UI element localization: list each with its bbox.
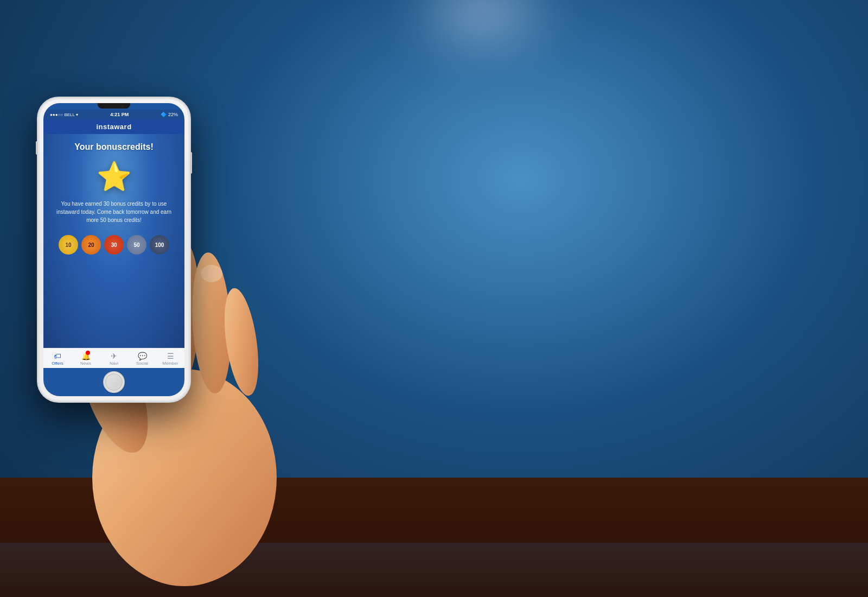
news-label: News: [80, 361, 91, 366]
badge-20: 20: [81, 235, 101, 255]
offers-icon: 🏷: [54, 352, 61, 360]
volume-button: [36, 141, 38, 155]
phone-notch: [98, 103, 130, 109]
news-badge: [86, 351, 90, 355]
social-icon: 💬: [138, 352, 147, 360]
bottom-nav-main: 🏷 Offers 🔔 News ✈ Navi: [43, 348, 184, 368]
iphone-main: ●●●○○ BELL ▾ 4:21 PM 🔷 22% instaward You…: [38, 98, 190, 402]
carrier-signal: ●●●○○ BELL ▾: [50, 112, 78, 117]
star-icon: ⭐: [97, 160, 132, 193]
nav-offers[interactable]: 🏷 Offers: [43, 351, 72, 367]
home-button-inner: [105, 373, 123, 391]
member-icon: ☰: [167, 352, 174, 360]
phones-container: ●●●○○ BELL ▾ 4:21 PM 🔷 22% instaward You…: [0, 0, 868, 597]
nav-social[interactable]: 💬 Social: [128, 351, 156, 367]
hand-phone-group: ●●●○○ BELL ▾ 4:21 PM 🔷 22% instaward You…: [16, 98, 331, 532]
phone-screen-main: ●●●○○ BELL ▾ 4:21 PM 🔷 22% instaward You…: [43, 103, 184, 396]
time: 4:21 PM: [110, 112, 129, 117]
offers-label: Offers: [52, 361, 63, 366]
nav-member[interactable]: ☰ Member: [156, 351, 184, 367]
badge-10: 10: [59, 235, 78, 255]
nav-news[interactable]: 🔔 News: [72, 351, 100, 367]
badge-30: 30: [104, 235, 124, 255]
badge-100: 100: [150, 235, 169, 255]
social-label: Social: [136, 361, 148, 366]
member-label: Member: [162, 361, 178, 366]
credit-badges: 10 20 30 50 100: [59, 235, 169, 255]
nav-navi[interactable]: ✈ Navi: [100, 351, 128, 367]
badge-50: 50: [127, 235, 146, 255]
home-button-main[interactable]: [103, 371, 125, 393]
battery-indicator: 🔷 22%: [161, 112, 178, 117]
bonus-title: Your bonuscredits!: [74, 142, 154, 152]
status-bar: ●●●○○ BELL ▾ 4:21 PM 🔷 22%: [43, 110, 184, 119]
power-button: [190, 152, 192, 174]
app-content-main: Your bonuscredits! ⭐ You have earned 30 …: [43, 134, 184, 348]
bonus-text: You have earned 30 bonus credits by to u…: [50, 200, 178, 224]
camera-dot: [121, 105, 124, 107]
navi-label: Navi: [110, 361, 118, 366]
app-header-main: instaward: [43, 119, 184, 134]
navi-icon: ✈: [111, 352, 117, 360]
svg-point-8: [201, 265, 222, 282]
